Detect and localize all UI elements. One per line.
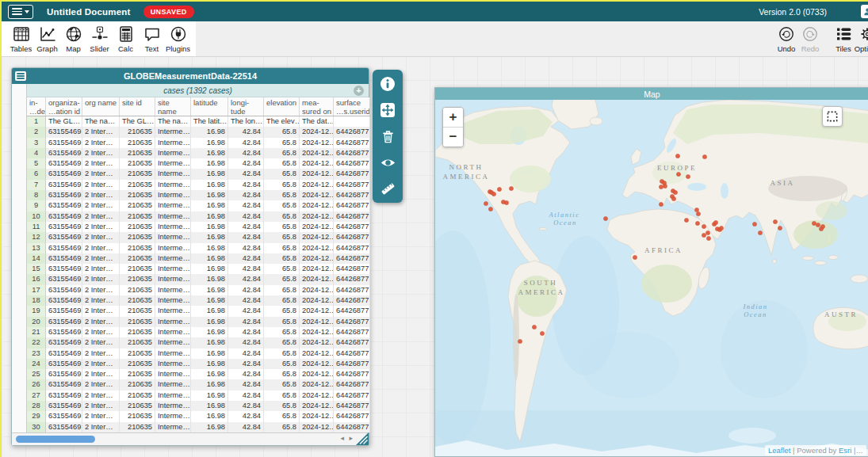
hide-show-eye-icon[interactable] [379, 154, 396, 171]
table-cell[interactable]: 42.84 [228, 169, 264, 179]
table-cell[interactable]: 64426877 [334, 306, 370, 316]
table-row[interactable]: 5631554692 Inter…210635Interme…16.9842.8… [27, 158, 370, 169]
table-cell[interactable]: 65.8 [264, 211, 300, 222]
table-cell[interactable]: 63155469 [46, 180, 82, 190]
table-row[interactable]: 9631554692 Inter…210635Interme…16.9842.8… [27, 200, 370, 211]
column-header[interactable]: elevation [264, 97, 300, 116]
row-index-cell[interactable]: 12 [27, 232, 46, 242]
table-cell[interactable]: 210635 [120, 348, 155, 359]
table-cell[interactable]: 210635 [120, 200, 155, 211]
table-cell[interactable]: Interme… [155, 390, 191, 401]
data-point[interactable] [812, 221, 816, 225]
data-point[interactable] [705, 230, 709, 234]
table-cell[interactable]: 42.84 [228, 138, 264, 148]
row-index-cell[interactable]: 13 [27, 243, 46, 253]
table-row[interactable]: 11631554692 Inter…210635Interme…16.9842.… [27, 222, 370, 232]
table-cell[interactable]: 64426877 [334, 222, 370, 232]
table-cell[interactable]: 210635 [120, 379, 155, 390]
table-cell[interactable]: The latit… [191, 116, 228, 127]
data-point[interactable] [696, 211, 700, 215]
table-row[interactable]: 28631554692 Inter…210635Interme…16.9842.… [27, 401, 370, 411]
table-cell[interactable]: The elev… [264, 116, 300, 127]
row-index-cell[interactable]: 1 [27, 116, 46, 127]
table-cell[interactable]: 2 Inter… [82, 337, 120, 348]
data-point[interactable] [706, 236, 710, 240]
table-cell[interactable]: 63155469 [46, 169, 82, 179]
table-cell[interactable]: 65.8 [264, 253, 300, 264]
table-cell[interactable]: 64426877 [334, 317, 370, 327]
table-cell[interactable]: 210635 [120, 369, 155, 379]
table-cell[interactable]: 2024-12… [300, 369, 334, 379]
table-cell[interactable]: 16.98 [191, 422, 228, 432]
table-cell[interactable]: 210635 [120, 411, 155, 421]
data-point[interactable] [820, 224, 824, 228]
column-header[interactable]: surface…s.userid [334, 97, 370, 116]
table-cell[interactable]: 64426877 [334, 148, 370, 158]
table-cell[interactable]: Interme… [155, 180, 191, 190]
table-cell[interactable]: 65.8 [264, 243, 300, 253]
table-cell[interactable]: Interme… [155, 148, 191, 158]
table-cell[interactable]: 16.98 [191, 411, 228, 421]
table-cell[interactable]: 210635 [120, 148, 155, 158]
column-header[interactable]: sitename [155, 97, 191, 116]
table-cell[interactable]: Interme… [155, 285, 191, 295]
table-cell[interactable]: 42.84 [228, 264, 264, 274]
table-cell[interactable]: 42.84 [228, 422, 264, 432]
table-cell[interactable]: Interme… [155, 253, 191, 264]
table-cell[interactable]: 2024-12… [300, 401, 334, 411]
table-cell[interactable]: 210635 [120, 232, 155, 242]
table-cell[interactable]: 16.98 [191, 264, 228, 274]
table-cell[interactable]: 210635 [120, 359, 155, 369]
table-cell[interactable]: 2024-12… [300, 348, 334, 359]
table-cell[interactable]: 42.84 [228, 327, 264, 337]
table-cell[interactable]: 63155469 [46, 285, 82, 295]
table-cell[interactable]: 42.84 [228, 180, 264, 190]
table-cell[interactable]: 2 Inter… [82, 369, 120, 379]
table-cell[interactable]: 65.8 [264, 200, 300, 211]
table-cell[interactable]: 210635 [120, 243, 155, 253]
table-cell[interactable]: 65.8 [264, 190, 300, 200]
table-row[interactable]: 29631554692 Inter…210635Interme…16.9842.… [27, 411, 370, 421]
table-row[interactable]: 10631554692 Inter…210635Interme…16.9842.… [27, 211, 370, 222]
table-cell[interactable]: Interme… [155, 264, 191, 274]
table-cell[interactable]: 63155469 [46, 348, 82, 359]
ruler-icon[interactable] [379, 180, 396, 197]
table-cell[interactable]: 210635 [120, 180, 155, 190]
table-row[interactable]: 6631554692 Inter…210635Interme…16.9842.8… [27, 169, 370, 179]
table-row[interactable]: 2631554692 Inter…210635Interme…16.9842.8… [27, 127, 370, 137]
data-point[interactable] [675, 154, 679, 158]
table-cell[interactable]: 64426877 [334, 327, 370, 337]
column-header[interactable]: in-…dex [27, 97, 46, 116]
table-cell[interactable]: Interme… [155, 422, 191, 432]
table-cell[interactable]: 2 Inter… [82, 148, 120, 158]
table-cell[interactable]: 63155469 [46, 359, 82, 369]
table-cell[interactable]: Interme… [155, 379, 191, 390]
toolbar-button-plugins[interactable]: Plugins [165, 21, 191, 53]
table-cell[interactable]: 65.8 [264, 390, 300, 401]
table-cell[interactable]: 2 Inter… [82, 327, 120, 337]
table-cell[interactable]: 42.84 [228, 390, 264, 401]
data-point[interactable] [532, 325, 536, 329]
table-row[interactable]: 15631554692 Inter…210635Interme…16.9842.… [27, 264, 370, 274]
table-cell[interactable]: 2 Inter… [82, 411, 120, 421]
table-cell[interactable]: 42.84 [228, 306, 264, 316]
table-cell[interactable]: 2024-12… [300, 222, 334, 232]
table-cell[interactable]: 2 Inter… [82, 222, 120, 232]
table-cell[interactable]: 63155469 [46, 211, 82, 222]
row-index-cell[interactable]: 14 [27, 253, 46, 264]
row-index-cell[interactable]: 23 [27, 348, 46, 359]
table-cell[interactable]: 65.8 [264, 274, 300, 284]
table-cell[interactable]: 63155469 [46, 401, 82, 411]
row-index-cell[interactable]: 7 [27, 180, 46, 190]
table-cell[interactable]: 65.8 [264, 379, 300, 390]
table-cell[interactable]: 65.8 [264, 295, 300, 306]
table-cell[interactable]: 2 Inter… [82, 211, 120, 222]
document-title[interactable]: Untitled Document [47, 7, 131, 17]
row-index-cell[interactable]: 27 [27, 390, 46, 401]
table-cell[interactable]: 42.84 [228, 337, 264, 348]
map-area[interactable]: NORTHAMERICAEUROPEASIAAFRICASOUTHAMERICA… [435, 100, 868, 456]
row-index-cell[interactable]: 4 [27, 148, 46, 158]
table-cell[interactable]: 16.98 [191, 379, 228, 390]
table-cell[interactable]: The GL… [120, 116, 155, 127]
table-cell[interactable]: 65.8 [264, 158, 300, 169]
